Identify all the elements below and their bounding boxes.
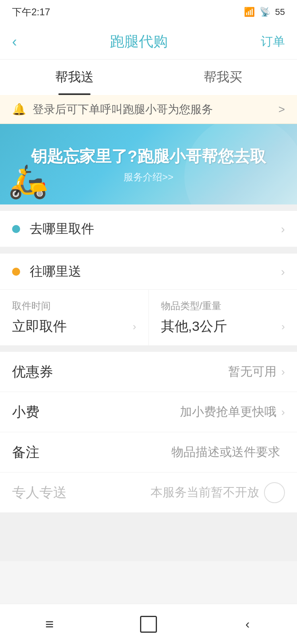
bottom-nav: ≡ ‹ [0, 604, 297, 644]
pickup-arrow-icon: › [281, 222, 285, 236]
weight-value: 其他,3公斤 [161, 317, 227, 336]
menu-icon: ≡ [45, 616, 54, 633]
note-label: 备注 [12, 443, 171, 462]
exclusive-toggle [264, 482, 285, 503]
delivery-arrow-icon: › [281, 265, 285, 279]
nav-home-button[interactable] [132, 612, 165, 636]
order-button[interactable]: 订单 [261, 33, 285, 50]
time-value: 立即取件 [12, 317, 67, 336]
exclusive-row: 专人专送 本服务当前暂不开放 [0, 473, 297, 513]
coupon-value: 暂无可用 [228, 363, 276, 380]
section-divider-1 [0, 204, 297, 211]
wifi-icon: 📡 [260, 7, 270, 17]
tab-send[interactable]: 帮我送 [0, 60, 148, 95]
weight-arrow-icon: › [281, 320, 285, 333]
status-time: 下午2:17 [12, 6, 50, 19]
ad-main-text: 钥匙忘家里了?跑腿小哥帮您去取 [31, 145, 266, 167]
note-value: 物品描述或送件要求 [171, 444, 280, 460]
home-icon [140, 616, 157, 633]
exclusive-value: 本服务当前暂不开放 [151, 484, 259, 501]
tip-label: 小费 [12, 403, 180, 421]
time-arrow-icon: › [133, 320, 136, 333]
nav-back-button[interactable]: ‹ [231, 612, 264, 636]
ad-banner[interactable]: 🛵 钥匙忘家里了?跑腿小哥帮您去取 服务介绍>> [0, 124, 297, 204]
notice-arrow-icon: > [278, 103, 285, 116]
ad-text-block: 钥匙忘家里了?跑腿小哥帮您去取 服务介绍>> [31, 145, 266, 184]
note-row[interactable]: 备注 物品描述或送件要求 [0, 432, 297, 473]
tip-arrow-icon: › [281, 406, 285, 419]
pickup-label: 去哪里取件 [30, 220, 281, 238]
pickup-row[interactable]: 去哪里取件 › [0, 211, 297, 247]
status-icons: 📶 📡 55 [244, 7, 285, 17]
time-label: 取件时间 [12, 299, 136, 312]
header: ‹ 跑腿代购 订单 [0, 24, 297, 60]
delivery-row[interactable]: 往哪里送 › [0, 254, 297, 290]
tab-underline [58, 93, 91, 95]
notice-banner[interactable]: 🔔 登录后可下单呼叫跑腿小哥为您服务 > [0, 95, 297, 124]
signal-icon: 📶 [244, 7, 255, 17]
status-bar: 下午2:17 📶 📡 55 [0, 0, 297, 24]
time-weight-row: 取件时间 立即取件 › 物品类型/重量 其他,3公斤 › [0, 290, 297, 352]
back-button[interactable]: ‹ [12, 33, 17, 50]
notice-text: 登录后可下单呼叫跑腿小哥为您服务 [33, 102, 213, 117]
pickup-dot [12, 225, 20, 233]
delivery-label: 往哪里送 [30, 263, 281, 281]
section-divider-2 [0, 247, 297, 254]
exclusive-label: 专人专送 [12, 483, 151, 502]
nav-menu-button[interactable]: ≡ [33, 612, 66, 636]
delivery-dot [12, 268, 20, 276]
weight-cell[interactable]: 物品类型/重量 其他,3公斤 › [149, 290, 297, 345]
battery-level: 55 [275, 7, 285, 17]
tab-bar: 帮我送 帮我买 [0, 60, 297, 95]
tip-row[interactable]: 小费 加小费抢单更快哦 › [0, 392, 297, 432]
weight-label: 物品类型/重量 [161, 299, 285, 312]
ad-sub-text: 服务介绍>> [31, 171, 266, 184]
back-nav-icon: ‹ [245, 617, 250, 632]
bell-icon: 🔔 [12, 103, 26, 116]
time-cell[interactable]: 取件时间 立即取件 › [0, 290, 149, 345]
coupon-arrow-icon: › [281, 365, 285, 378]
tip-value: 加小费抢单更快哦 [180, 404, 276, 420]
page-title: 跑腿代购 [110, 32, 168, 52]
tab-buy[interactable]: 帮我买 [148, 60, 297, 95]
coupon-row[interactable]: 优惠券 暂无可用 › [0, 352, 297, 392]
coupon-label: 优惠券 [12, 363, 228, 381]
bottom-gray-area [0, 513, 297, 561]
